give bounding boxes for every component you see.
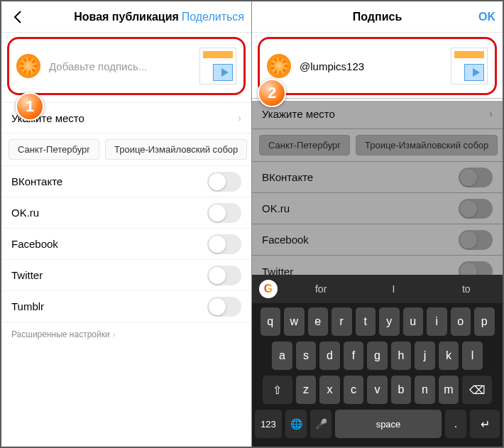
toggle[interactable] <box>459 230 493 250</box>
share-facebook: Facebook <box>252 224 503 256</box>
network-label: OK.ru <box>262 202 290 214</box>
toggle[interactable] <box>459 168 493 187</box>
key-w[interactable]: w <box>284 307 305 336</box>
key-i[interactable]: i <box>427 307 447 336</box>
key-d[interactable]: d <box>319 342 340 370</box>
share-okru: OK.ru <box>252 193 503 224</box>
key-row-3: ⇧ z x c v b n m ⌫ <box>255 376 500 404</box>
key-u[interactable]: u <box>403 307 424 336</box>
header: Подпись OK <box>252 1 503 33</box>
suggestion-bar: G for I to <box>252 275 503 303</box>
key-s[interactable]: s <box>296 342 317 370</box>
chevron-right-icon: › <box>113 330 116 339</box>
toggle[interactable] <box>207 203 241 223</box>
location-chip[interactable]: Санкт-Петербург <box>259 135 350 155</box>
location-suggestions: Санкт-Петербург Троице-Измайловский собо… <box>252 129 503 162</box>
caption-input[interactable]: Добавьте подпись... <box>49 60 199 72</box>
chevron-right-icon: › <box>238 112 241 124</box>
page-title: Подпись <box>353 11 402 23</box>
key-k[interactable]: k <box>439 342 459 370</box>
key-globe[interactable]: 🌐 <box>285 410 307 438</box>
key-a[interactable]: a <box>272 342 292 370</box>
key-backspace[interactable]: ⌫ <box>462 376 492 404</box>
key-q[interactable]: q <box>261 307 281 336</box>
key-x[interactable]: x <box>319 376 340 404</box>
suggestion[interactable]: to <box>430 283 503 295</box>
location-chip[interactable]: Троице-Измайловский собор <box>105 139 247 160</box>
page-title: Новая публикация <box>74 11 179 23</box>
toggle[interactable] <box>459 199 493 219</box>
suggestion[interactable]: for <box>285 283 357 295</box>
screen-new-post: Новая публикация Поделиться Добавьте под… <box>1 1 252 447</box>
key-l[interactable]: l <box>462 342 483 370</box>
share-twitter: Twitter <box>1 260 251 291</box>
avatar <box>16 54 40 78</box>
location-suggestions: Санкт-Петербург Троице-Измайловский собо… <box>1 133 251 166</box>
key-mic[interactable]: 🎤 <box>310 410 332 438</box>
key-row-2: a s d f g h j k l <box>255 342 500 370</box>
key-t[interactable]: t <box>356 307 376 336</box>
network-label: OK.ru <box>11 207 39 219</box>
post-thumbnail[interactable] <box>199 48 236 84</box>
toggle[interactable] <box>207 172 241 192</box>
toggle[interactable] <box>207 266 241 285</box>
key-123[interactable]: 123 <box>255 410 282 438</box>
key-n[interactable]: n <box>415 376 435 404</box>
key-b[interactable]: b <box>391 376 412 404</box>
google-icon[interactable]: G <box>259 280 278 298</box>
share-facebook: Facebook <box>1 229 251 260</box>
key-g[interactable]: g <box>367 342 388 370</box>
keyboard: G for I to q w e r t y u i o p <box>252 275 503 447</box>
screen-caption-edit: Подпись OK @lumpics123 Укажите место › С… <box>252 1 503 447</box>
chevron-right-icon: › <box>489 108 493 119</box>
toggle[interactable] <box>207 297 241 317</box>
network-label: Twitter <box>11 269 43 281</box>
ok-button[interactable]: OK <box>478 1 495 33</box>
location-row[interactable]: Укажите место › <box>252 98 503 129</box>
key-j[interactable]: j <box>415 342 435 370</box>
key-h[interactable]: h <box>391 342 412 370</box>
location-chip[interactable]: Троице-Измайловский собор <box>356 135 498 155</box>
key-o[interactable]: o <box>451 307 471 336</box>
caption-area[interactable]: @lumpics123 <box>258 37 497 95</box>
key-period[interactable]: . <box>445 410 466 438</box>
back-button[interactable] <box>7 1 28 33</box>
post-thumbnail[interactable] <box>451 48 488 84</box>
network-label: ВКонтакте <box>262 171 313 183</box>
key-r[interactable]: r <box>332 307 352 336</box>
key-m[interactable]: m <box>439 376 459 404</box>
key-shift[interactable]: ⇧ <box>263 376 292 404</box>
annotation-step-1: 1 <box>16 92 44 121</box>
caption-area[interactable]: Добавьте подпись... <box>7 37 246 95</box>
network-label: Facebook <box>262 234 309 246</box>
dimmed-background: Укажите место › Санкт-Петербург Троице-И… <box>252 98 503 287</box>
advanced-settings[interactable]: Расширенные настройки › <box>1 322 251 346</box>
location-add-text: Укажите место <box>262 108 335 120</box>
suggestion[interactable]: I <box>357 283 429 295</box>
caption-input[interactable]: @lumpics123 <box>300 60 451 72</box>
avatar <box>267 54 291 78</box>
annotation-step-2: 2 <box>258 79 286 107</box>
share-okru: OK.ru <box>1 197 251 229</box>
key-c[interactable]: c <box>344 376 364 404</box>
share-tumblr: Tumblr <box>1 291 251 322</box>
share-button[interactable]: Поделиться <box>182 1 244 33</box>
network-label: Facebook <box>11 238 58 250</box>
advanced-settings-label: Расширенные настройки <box>11 329 110 339</box>
location-chip[interactable]: Санкт-Петербург <box>9 139 99 160</box>
key-row-4: 123 🌐 🎤 space . ↵ <box>255 410 500 438</box>
chevron-left-icon <box>13 10 23 24</box>
key-enter[interactable]: ↵ <box>470 410 500 438</box>
key-e[interactable]: e <box>308 307 329 336</box>
key-space[interactable]: space <box>335 410 442 438</box>
key-f[interactable]: f <box>344 342 364 370</box>
key-row-1: q w e r t y u i o p <box>255 307 500 336</box>
share-vk: ВКонтакте <box>252 162 503 193</box>
share-vk: ВКонтакте <box>1 166 251 197</box>
key-z[interactable]: z <box>296 376 317 404</box>
key-v[interactable]: v <box>367 376 388 404</box>
key-p[interactable]: p <box>474 307 495 336</box>
toggle[interactable] <box>207 234 241 254</box>
key-y[interactable]: y <box>379 307 400 336</box>
network-label: ВКонтакте <box>11 175 62 187</box>
